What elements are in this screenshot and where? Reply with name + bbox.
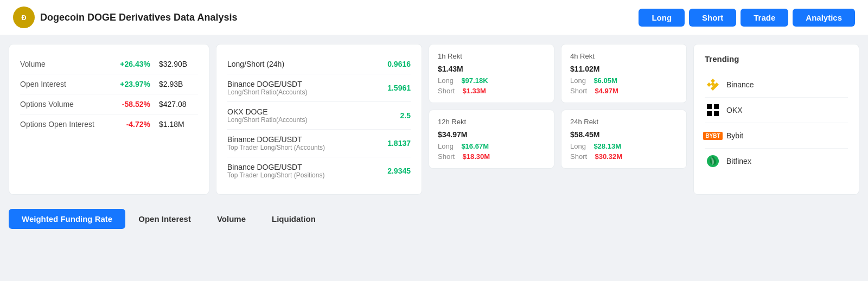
trending-title: Trending	[705, 54, 848, 63]
page-title: Dogecoin DOGE Derivatives Data Analysis	[40, 12, 237, 23]
ratio-row-ls24h: Long/Short (24h) 0.9616	[227, 54, 411, 74]
svg-rect-8	[714, 104, 719, 109]
ratio-value-binance-top-acc: 1.8137	[387, 139, 411, 148]
rekt-1h-short-value: $1.33M	[463, 87, 486, 95]
metric-row-oi: Open Interest +23.97% $2.93B	[20, 74, 198, 94]
ratio-sub-binance-top-pos: Top Trader Long/Short (Positions)	[227, 171, 324, 179]
ratio-label-binance-top-acc: Binance DOGE/USDT	[227, 135, 325, 144]
bottom-tabs: Weighted Funding Rate Open Interest Volu…	[0, 201, 868, 229]
ratio-row-okx: OKX DOGE Long/Short Ratio(Accounts) 2.5	[227, 102, 411, 130]
rekt-bottom-row: 12h Rekt $34.97M Long $16.67M Short $18.…	[429, 110, 687, 169]
metric-value-volume: $32.90B	[159, 60, 187, 68]
rekt-12h-short: Short $18.30M	[438, 152, 545, 161]
long-button[interactable]: Long	[639, 9, 685, 27]
tab-liquidation[interactable]: Liquidation	[259, 209, 329, 229]
metric-label-options-oi: Options Open Interest	[20, 120, 107, 129]
ratios-card: Long/Short (24h) 0.9616 Binance DOGE/USD…	[216, 44, 422, 195]
trade-button[interactable]: Trade	[741, 9, 788, 27]
ratio-row-binance-top-pos: Binance DOGE/USDT Top Trader Long/Short …	[227, 157, 411, 184]
svg-text:Ð: Ð	[21, 14, 26, 22]
rekt-24h-long: Long $28.13M	[570, 142, 678, 150]
analytics-button[interactable]: Analytics	[793, 9, 855, 27]
trending-name-bitfinex: Bitfinex	[726, 157, 751, 165]
header-buttons: Long Short Trade Analytics	[639, 9, 855, 27]
rekt-12h-total: $34.97M	[438, 130, 545, 139]
metric-change-volume: +26.43%	[107, 60, 150, 68]
header-left: Ð Dogecoin DOGE Derivatives Data Analysi…	[13, 7, 237, 28]
rekt-4h-long-value: $6.05M	[593, 76, 617, 85]
tab-weighted-funding[interactable]: Weighted Funding Rate	[9, 209, 125, 229]
metric-value-options-oi: $1.18M	[159, 120, 184, 129]
rekt-12h-short-value: $18.30M	[463, 152, 490, 161]
ratio-label-binance-top-pos: Binance DOGE/USDT	[227, 163, 324, 171]
metric-change-oi: +23.97%	[107, 80, 150, 88]
rekt-24h-short-value: $30.32M	[595, 152, 623, 161]
svg-marker-3	[707, 82, 711, 87]
logo: Ð	[13, 7, 35, 28]
rekt-4h-long: Long $6.05M	[570, 76, 678, 85]
ratio-label-ls24h: Long/Short (24h)	[227, 60, 284, 68]
metric-row-options-oi: Options Open Interest -4.72% $1.18M	[20, 114, 198, 134]
metric-value-oi: $2.93B	[159, 80, 183, 88]
ratio-row-binance-ls: Binance DOGE/USDT Long/Short Ratio(Accou…	[227, 74, 411, 102]
short-button[interactable]: Short	[689, 9, 736, 27]
trending-item-binance[interactable]: Binance	[705, 72, 848, 98]
ratio-sub-okx: Long/Short Ratio(Accounts)	[227, 116, 307, 124]
bitfinex-icon	[705, 153, 721, 169]
tab-volume[interactable]: Volume	[204, 209, 259, 229]
rekt-top-row: 1h Rekt $1.43M Long $97.18K Short $1.33M…	[429, 44, 687, 103]
trending-name-okx: OKX	[726, 106, 743, 114]
ratio-row-binance-top-acc: Binance DOGE/USDT Top Trader Long/Short …	[227, 130, 411, 157]
rekt-24h-title: 24h Rekt	[570, 118, 678, 126]
header: Ð Dogecoin DOGE Derivatives Data Analysi…	[0, 0, 868, 35]
metric-label-oi: Open Interest	[20, 80, 107, 88]
ratio-value-binance-top-pos: 2.9345	[387, 167, 411, 175]
rekt-section: 1h Rekt $1.43M Long $97.18K Short $1.33M…	[429, 44, 687, 195]
svg-rect-7	[707, 104, 712, 109]
rekt-1h-long-value: $97.18K	[461, 76, 488, 85]
metric-change-options-vol: -58.52%	[107, 100, 150, 108]
rekt-1h-long: Long $97.18K	[438, 76, 545, 85]
rekt-4h-title: 4h Rekt	[570, 52, 678, 60]
metric-value-options-vol: $427.08	[159, 100, 187, 108]
trending-name-bybit: Bybit	[726, 131, 743, 140]
svg-rect-10	[714, 111, 719, 116]
tab-open-interest[interactable]: Open Interest	[125, 209, 204, 229]
trending-card: Trending Binance	[693, 44, 859, 195]
metric-change-options-oi: -4.72%	[107, 120, 150, 129]
trending-item-bybit[interactable]: BYBT Bybit	[705, 123, 848, 149]
trending-name-binance: Binance	[726, 80, 754, 89]
main-content: Volume +26.43% $32.90B Open Interest +23…	[0, 35, 868, 195]
rekt-1h-card: 1h Rekt $1.43M Long $97.18K Short $1.33M	[429, 44, 554, 103]
rekt-4h-short: Short $4.97M	[570, 87, 678, 95]
rekt-1h-total: $1.43M	[438, 65, 545, 73]
rekt-12h-card: 12h Rekt $34.97M Long $16.67M Short $18.…	[429, 110, 554, 169]
rekt-4h-short-value: $4.97M	[595, 87, 618, 95]
okx-icon	[705, 102, 721, 118]
trending-item-okx[interactable]: OKX	[705, 98, 848, 123]
rekt-4h-card: 4h Rekt $11.02M Long $6.05M Short $4.97M	[561, 44, 687, 103]
rekt-12h-title: 12h Rekt	[438, 118, 545, 126]
ratio-label-binance-ls: Binance DOGE/USDT	[227, 80, 307, 88]
rekt-24h-short: Short $30.32M	[570, 152, 678, 161]
rekt-12h-long: Long $16.67M	[438, 142, 545, 150]
ratio-value-binance-ls: 1.5961	[387, 84, 411, 92]
ratio-sub-binance-top-acc: Top Trader Long/Short (Accounts)	[227, 144, 325, 151]
ratio-sub-binance-ls: Long/Short Ratio(Accounts)	[227, 88, 307, 96]
binance-icon	[705, 76, 721, 93]
svg-rect-9	[707, 111, 712, 116]
ratio-value-ls24h: 0.9616	[387, 60, 411, 68]
rekt-4h-total: $11.02M	[570, 65, 678, 73]
rekt-24h-total: $58.45M	[570, 130, 678, 139]
trending-item-bitfinex[interactable]: Bitfinex	[705, 149, 848, 174]
rekt-24h-long-value: $28.13M	[593, 142, 621, 150]
rekt-1h-short: Short $1.33M	[438, 87, 545, 95]
ratio-label-okx: OKX DOGE	[227, 107, 307, 116]
metric-label-options-vol: Options Volume	[20, 100, 107, 108]
metrics-card: Volume +26.43% $32.90B Open Interest +23…	[9, 44, 209, 195]
rekt-24h-card: 24h Rekt $58.45M Long $28.13M Short $30.…	[561, 110, 687, 169]
metric-row-options-vol: Options Volume -58.52% $427.08	[20, 94, 198, 114]
metric-label-volume: Volume	[20, 60, 107, 68]
rekt-1h-title: 1h Rekt	[438, 52, 545, 60]
metric-row-volume: Volume +26.43% $32.90B	[20, 54, 198, 74]
